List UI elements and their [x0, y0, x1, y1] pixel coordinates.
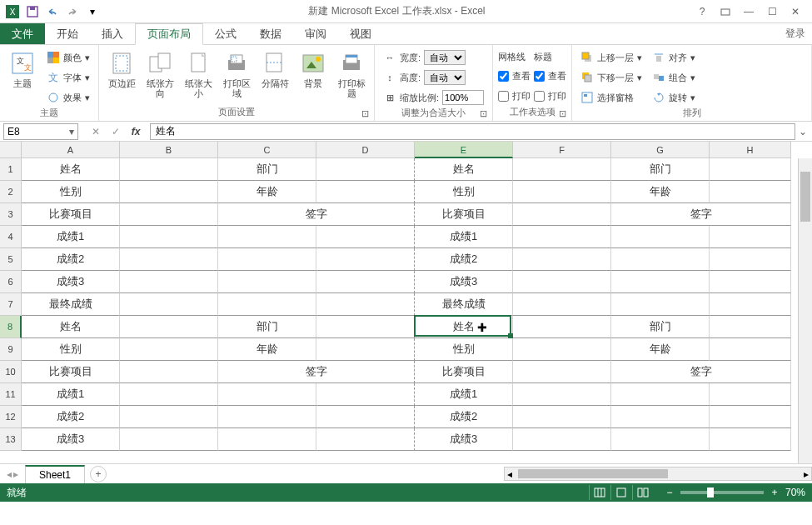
bring-forward-button[interactable]: 上移一层 ▾ — [577, 48, 645, 67]
tab-file[interactable]: 文件 — [0, 23, 45, 44]
cell-A10[interactable]: 比赛项目 — [22, 361, 120, 383]
row-header-1[interactable]: 1 — [0, 158, 22, 181]
maximize-icon[interactable]: ☐ — [762, 2, 782, 22]
height-field[interactable]: ↕高度: 自动 — [380, 68, 487, 87]
formula-input[interactable]: 姓名 — [150, 123, 795, 140]
cell-C7[interactable] — [218, 293, 316, 316]
cell-H5[interactable] — [710, 248, 791, 271]
tab-视图[interactable]: 视图 — [338, 23, 383, 44]
cell-F5[interactable] — [513, 248, 611, 271]
row-header-6[interactable]: 6 — [0, 271, 22, 293]
cell-H13[interactable] — [710, 428, 791, 451]
margins-button[interactable]: 页边距 — [104, 48, 139, 90]
cell-A6[interactable]: 成绩3 — [22, 271, 120, 293]
align-button[interactable]: 对齐 ▾ — [649, 48, 699, 67]
login-link[interactable]: 登录 — [785, 23, 812, 44]
cell-B10[interactable] — [120, 361, 218, 383]
add-sheet-button[interactable]: + — [90, 466, 107, 482]
row-header-3[interactable]: 3 — [0, 203, 22, 226]
headings-view-check[interactable]: 查看 — [534, 67, 566, 85]
themes-button[interactable]: 文文 主题 — [5, 48, 40, 90]
undo-icon[interactable] — [43, 2, 62, 21]
print-area-button[interactable]: 打印区域 — [219, 48, 254, 100]
close-icon[interactable]: ✕ — [785, 2, 805, 22]
cell-B4[interactable] — [120, 226, 218, 248]
cell-H8[interactable] — [710, 316, 791, 338]
tab-页面布局[interactable]: 页面布局 — [135, 23, 203, 45]
scale-input[interactable] — [442, 90, 484, 105]
breaks-button[interactable]: 分隔符 — [257, 48, 292, 90]
cell-E8[interactable]: 姓名 — [415, 316, 513, 338]
ribbon-display-icon[interactable] — [715, 2, 735, 22]
cell-A1[interactable]: 姓名 — [22, 158, 120, 181]
zoom-slider[interactable] — [680, 491, 764, 494]
excel-icon[interactable]: X — [3, 2, 22, 21]
cell-B7[interactable] — [120, 293, 218, 316]
cell-F1[interactable] — [513, 158, 611, 181]
cell-D1[interactable] — [316, 158, 415, 181]
zoom-in-button[interactable]: + — [769, 487, 780, 498]
row-header-8[interactable]: 8 — [0, 316, 22, 338]
row-header-12[interactable]: 12 — [0, 406, 22, 428]
row-header-11[interactable]: 11 — [0, 383, 22, 406]
colors-button[interactable]: 颜色 ▾ — [43, 48, 93, 67]
cell-C11[interactable] — [218, 383, 316, 406]
row-header-13[interactable]: 13 — [0, 428, 22, 451]
cell-H11[interactable] — [710, 383, 791, 406]
normal-view-icon[interactable] — [589, 485, 610, 500]
cell-C8[interactable]: 部门 — [218, 316, 316, 338]
headings-print-check[interactable]: 打印 — [534, 87, 566, 105]
cell-A5[interactable]: 成绩2 — [22, 248, 120, 271]
cell-A3[interactable]: 比赛项目 — [22, 203, 120, 226]
cell-F11[interactable] — [513, 383, 611, 406]
cell-F4[interactable] — [513, 226, 611, 248]
cell-C9[interactable]: 年龄 — [218, 338, 316, 361]
row-header-4[interactable]: 4 — [0, 226, 22, 248]
cell-B8[interactable] — [120, 316, 218, 338]
cell-E12[interactable]: 成绩2 — [415, 406, 513, 428]
cell-H9[interactable] — [710, 338, 791, 361]
sheet-options-launcher-icon[interactable]: ⊡ — [559, 108, 566, 119]
cell-D9[interactable] — [316, 338, 415, 361]
orientation-button[interactable]: 纸张方向 — [142, 48, 177, 100]
tab-数据[interactable]: 数据 — [248, 23, 293, 44]
zoom-level[interactable]: 70% — [785, 487, 805, 498]
cell-A9[interactable]: 性别 — [22, 338, 120, 361]
select-all-corner[interactable] — [0, 142, 22, 158]
row-header-9[interactable]: 9 — [0, 338, 22, 361]
cell-F12[interactable] — [513, 406, 611, 428]
cell-C13[interactable] — [218, 428, 316, 451]
zoom-slider-thumb[interactable] — [707, 488, 714, 498]
cell-E1[interactable]: 姓名 — [415, 158, 513, 181]
scale-launcher-icon[interactable]: ⊡ — [480, 108, 487, 119]
cell-F7[interactable] — [513, 293, 611, 316]
cell-A12[interactable]: 成绩2 — [22, 406, 120, 428]
row-header-7[interactable]: 7 — [0, 293, 22, 316]
redo-icon[interactable] — [63, 2, 82, 21]
cell-F8[interactable] — [513, 316, 611, 338]
tab-开始[interactable]: 开始 — [45, 23, 90, 44]
cell-G12[interactable] — [611, 406, 710, 428]
send-backward-button[interactable]: 下移一层 ▾ — [577, 68, 645, 87]
col-header-G[interactable]: G — [611, 142, 710, 158]
cell-E13[interactable]: 成绩3 — [415, 428, 513, 451]
page-layout-view-icon[interactable] — [610, 485, 632, 500]
cell-F9[interactable] — [513, 338, 611, 361]
cell-A13[interactable]: 成绩3 — [22, 428, 120, 451]
cell-G2[interactable]: 年龄 — [611, 181, 710, 203]
cell-B11[interactable] — [120, 383, 218, 406]
row-header-2[interactable]: 2 — [0, 181, 22, 203]
spreadsheet-grid[interactable]: ABCDEFGH 12345678910111213 姓名部门姓名部门性别年龄性… — [0, 142, 812, 463]
cell-G9[interactable]: 年龄 — [611, 338, 710, 361]
zoom-out-button[interactable]: − — [664, 487, 675, 498]
cell-H12[interactable] — [710, 406, 791, 428]
cell-C1[interactable]: 部门 — [218, 158, 316, 181]
cell-E11[interactable]: 成绩1 — [415, 383, 513, 406]
tab-公式[interactable]: 公式 — [203, 23, 248, 44]
cell-E4[interactable]: 成绩1 — [415, 226, 513, 248]
cell-C5[interactable] — [218, 248, 316, 271]
cell-A4[interactable]: 成绩1 — [22, 226, 120, 248]
save-icon[interactable] — [23, 2, 42, 21]
cell-B6[interactable] — [120, 271, 218, 293]
gridlines-print-check[interactable]: 打印 — [498, 87, 531, 105]
